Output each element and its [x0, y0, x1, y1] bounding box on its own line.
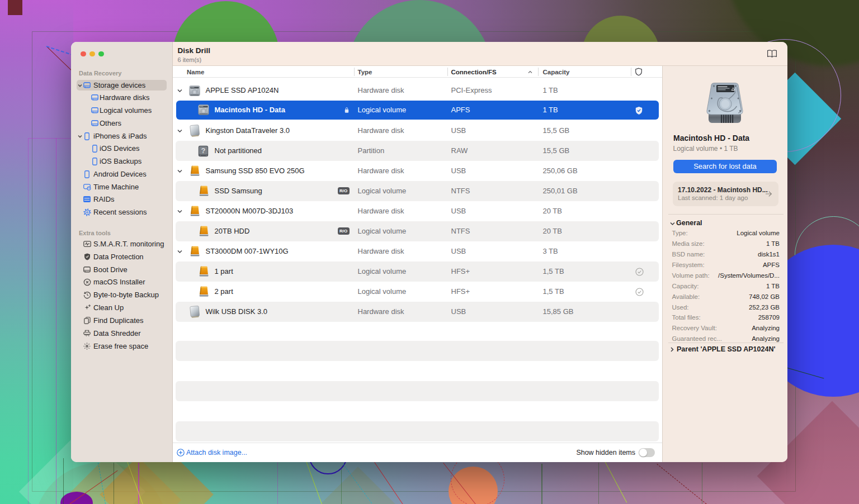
svg-text:?: ?: [201, 146, 206, 154]
